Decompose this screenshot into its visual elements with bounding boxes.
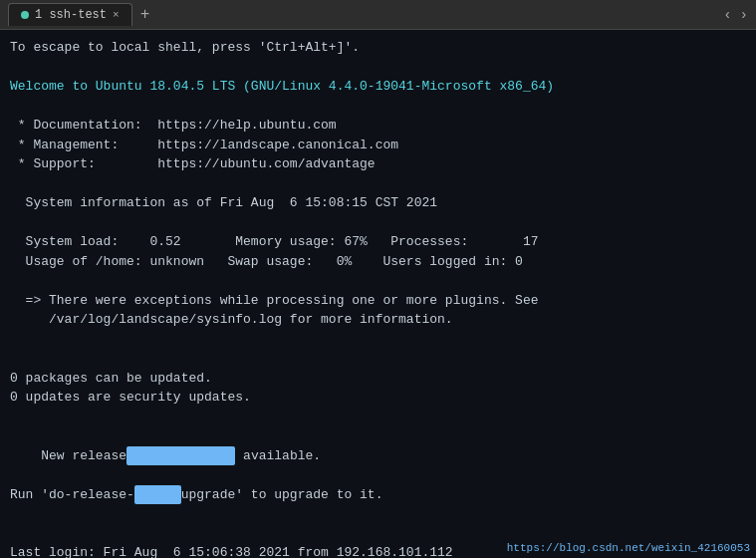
- terminal-line-sysinfo: System information as of Fri Aug 6 15:08…: [10, 193, 746, 213]
- nav-prev-button[interactable]: ‹: [723, 7, 731, 23]
- status-bar: https://blog.csdn.net/weixin_42160053: [501, 538, 756, 559]
- new-release-prefix: New release: [41, 448, 126, 463]
- terminal-line-empty: [10, 174, 746, 194]
- terminal-line-new-release: New release available.: [10, 426, 746, 485]
- tab-status-dot: [21, 11, 29, 19]
- terminal-line-empty: [10, 408, 746, 427]
- terminal-line-support: * Support: https://ubuntu.com/advantage: [10, 154, 746, 174]
- terminal-line-exception1: => There were exceptions while processin…: [10, 291, 746, 311]
- nav-buttons: ‹ ›: [723, 7, 748, 23]
- new-tab-button[interactable]: +: [140, 6, 150, 24]
- terminal-line-exception2: /var/log/landscape/sysinfo.log for more …: [10, 310, 746, 330]
- terminal-body[interactable]: To escape to local shell, press 'Ctrl+Al…: [0, 30, 756, 558]
- terminal-line-empty: [10, 349, 746, 369]
- terminal-line-usage: Usage of /home: unknown Swap usage: 0% U…: [10, 252, 746, 272]
- new-release-suffix: available.: [243, 448, 321, 463]
- terminal-line-mgmt: * Management: https://landscape.canonica…: [10, 136, 746, 155]
- terminal-line: To escape to local shell, press 'Ctrl+Al…: [10, 38, 746, 58]
- terminal-line-empty: [10, 330, 746, 350]
- nav-next-button[interactable]: ›: [740, 7, 748, 23]
- terminal-line-empty: [10, 213, 746, 233]
- tab-bar: 1 ssh-test × +: [8, 3, 149, 26]
- terminal-line-empty: [10, 58, 746, 78]
- blurred-version: [126, 446, 235, 466]
- terminal-line-do-release: Run 'do-release- upgrade' to upgrade to …: [10, 485, 746, 505]
- terminal-line-updates: 0 updates are security updates.: [10, 388, 746, 408]
- title-bar: 1 ssh-test × + ‹ ›: [0, 0, 756, 30]
- terminal-line-sysload: System load: 0.52 Memory usage: 67% Proc…: [10, 232, 746, 252]
- terminal-line-empty: [10, 504, 746, 524]
- blurred-upgrade: [134, 485, 181, 505]
- status-url: https://blog.csdn.net/weixin_42160053: [507, 542, 750, 554]
- terminal-line-packages: 0 packages can be updated.: [10, 369, 746, 389]
- terminal-line-empty: [10, 271, 746, 291]
- terminal-line-empty: [10, 97, 746, 117]
- terminal-line-doc: * Documentation: https://help.ubuntu.com: [10, 116, 746, 136]
- tab-close-button[interactable]: ×: [113, 9, 120, 21]
- terminal-line-welcome: Welcome to Ubuntu 18.04.5 LTS (GNU/Linux…: [10, 77, 746, 97]
- tab-label: 1 ssh-test: [35, 8, 107, 22]
- active-tab[interactable]: 1 ssh-test ×: [8, 3, 132, 26]
